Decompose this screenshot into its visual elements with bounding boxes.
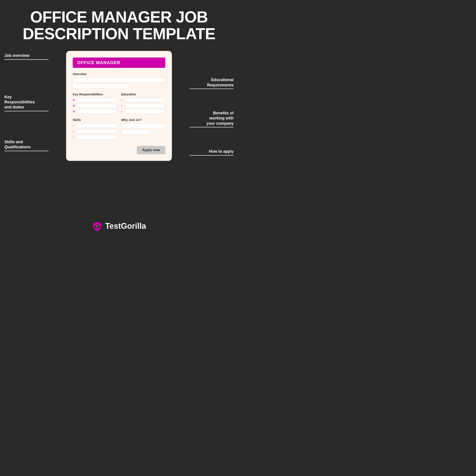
- education-col: Education ● ● ●: [121, 93, 165, 115]
- svg-point-9: [99, 226, 100, 227]
- title-line2: DESCRIPTION TEMPLATE: [13, 26, 225, 42]
- overview-field-1[interactable]: [73, 78, 165, 83]
- overview-field-2[interactable]: [73, 84, 128, 89]
- education-field-1[interactable]: [125, 98, 165, 102]
- check-icon-2: ✔: [73, 104, 76, 107]
- right-label-education: Educational Requirements: [189, 77, 234, 88]
- education-item-2: ●: [121, 103, 165, 108]
- education-label: Education: [121, 93, 165, 96]
- overview-section: Overview: [73, 72, 165, 89]
- svg-point-6: [97, 226, 97, 227]
- bullet-icon-3: -: [73, 135, 75, 139]
- responsibilities-education-section: Key Responsibilities ✔ ✔ ✔ Education: [73, 93, 165, 115]
- why-join-field-1[interactable]: [121, 123, 165, 128]
- why-join-field-2[interactable]: [121, 130, 150, 135]
- left-label-skills: Skills and Qualifications: [4, 139, 49, 150]
- skills-label: Skills: [73, 118, 117, 122]
- responsibility-field-3[interactable]: [77, 109, 117, 114]
- skill-item-2: -: [73, 129, 117, 134]
- main-title: OFFICE MANAGER JOB DESCRIPTION TEMPLATE: [0, 0, 238, 47]
- svg-point-8: [94, 226, 96, 227]
- skill-field-2[interactable]: [76, 129, 117, 134]
- responsibility-item-1: ✔: [73, 98, 117, 102]
- bullet-icon-1: -: [73, 124, 75, 127]
- skills-col: Skills - - -: [73, 118, 117, 141]
- responsibility-item-2: ✔: [73, 103, 117, 108]
- bottom-logo: TestGorilla: [0, 221, 238, 231]
- key-responsibilities-col: Key Responsibilities ✔ ✔ ✔: [73, 93, 117, 115]
- education-item-3: ●: [121, 109, 165, 114]
- why-join-label: Why Join Us?: [121, 118, 165, 122]
- radio-icon-1: ●: [121, 99, 124, 101]
- responsibility-field-2[interactable]: [77, 103, 117, 108]
- svg-point-4: [98, 226, 99, 226]
- check-icon-1: ✔: [73, 98, 76, 102]
- responsibility-field-1[interactable]: [77, 98, 117, 102]
- skill-field-3[interactable]: [76, 135, 117, 139]
- why-join-col: Why Join Us?: [121, 118, 165, 141]
- key-responsibilities-label: Key Responsibilities: [73, 93, 117, 96]
- skill-field-1[interactable]: [76, 123, 117, 128]
- job-description-card: OFFICE MANAGER Overview Key Responsibili…: [66, 51, 172, 161]
- apply-now-button[interactable]: Apply now: [137, 146, 165, 154]
- education-field-2[interactable]: [125, 103, 165, 108]
- overview-label: Overview: [73, 72, 165, 76]
- skills-whyjoin-section: Skills - - - Why Join Us?: [73, 118, 165, 141]
- skill-item-3: -: [73, 135, 117, 139]
- responsibility-item-3: ✔: [73, 109, 117, 114]
- testgorilla-logo-icon: [92, 221, 102, 231]
- left-label-responsibilities: Key Responsibilities and duties: [4, 95, 49, 110]
- radio-icon-3: ●: [121, 111, 124, 113]
- education-field-3[interactable]: [125, 109, 165, 114]
- radio-icon-2: ●: [121, 105, 124, 107]
- skill-item-1: -: [73, 123, 117, 128]
- education-item-1: ●: [121, 98, 165, 102]
- card-title-bar: OFFICE MANAGER: [73, 57, 165, 68]
- check-icon-3: ✔: [73, 110, 76, 113]
- card-title-text: OFFICE MANAGER: [77, 60, 120, 65]
- title-line1: OFFICE MANAGER JOB: [13, 9, 225, 26]
- logo-text: TestGorilla: [105, 221, 146, 231]
- svg-point-3: [96, 226, 97, 226]
- right-label-how-to-apply: How to apply: [189, 149, 234, 154]
- bullet-icon-2: -: [73, 130, 75, 133]
- left-label-job-overview: Job overview: [4, 53, 49, 58]
- svg-point-7: [97, 226, 98, 227]
- right-label-benefits: Benefits of working with your company: [189, 111, 234, 126]
